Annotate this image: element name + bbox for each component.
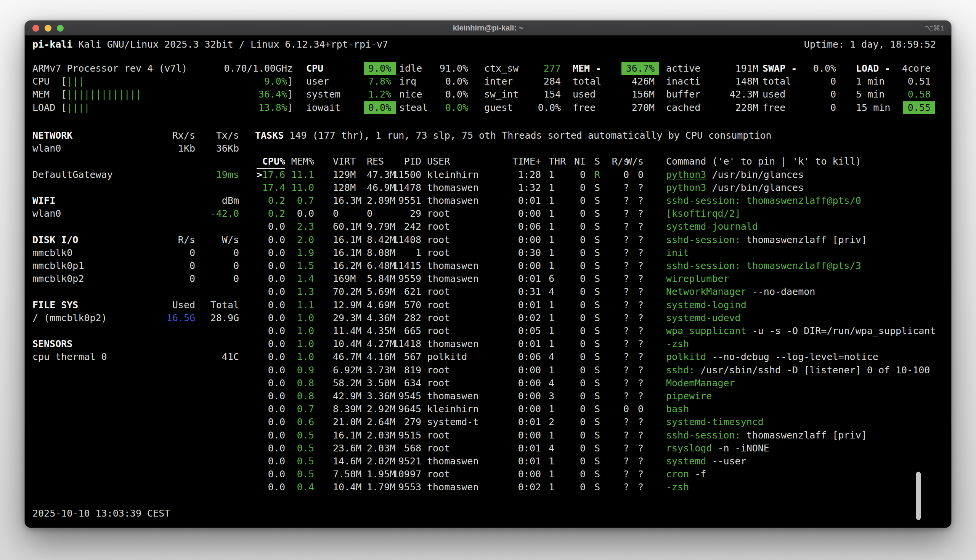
stats-line: CPU[|||9.0%]user7.8%irq0.0%inter284total… [25, 75, 951, 88]
gauge-bar: |||| [67, 101, 90, 114]
virt: 16.1M [333, 429, 361, 442]
cpu-percent: 0.0 [268, 285, 285, 298]
time: 1:32 [518, 181, 541, 194]
command: cron [666, 468, 689, 481]
nice: 0 [580, 377, 586, 390]
virt: 16.1M [333, 247, 361, 260]
state: S [594, 325, 600, 338]
res: 0 [367, 207, 373, 220]
io-read: ? [623, 260, 629, 272]
stat-label: ctx_sw [484, 62, 518, 75]
pid: 9551 [398, 194, 421, 207]
io-write: 0 [638, 403, 643, 416]
stat-value: 0.0% [445, 101, 468, 114]
user: thomaswen [427, 481, 478, 494]
header-ws: W/s [627, 155, 643, 168]
process-row: 17.411.0128M46.9M11478thomaswen1:3210S??… [25, 181, 951, 195]
io-read: ? [623, 377, 629, 390]
res: 2.03M [367, 442, 395, 455]
header-pid: PID [404, 155, 421, 168]
stat-value: 0.51 [908, 75, 931, 88]
io-write: ? [638, 299, 643, 312]
header-command: Command ('e' to pin | 'k' to kill) [666, 155, 861, 168]
io-read: ? [623, 429, 629, 442]
pid: 634 [404, 377, 421, 390]
stat-label: irq [399, 75, 416, 88]
stat-value: 7.8% [368, 75, 391, 88]
state: S [594, 403, 600, 416]
stat-label: cached [666, 101, 700, 114]
process-row: 0.00.96.92M3.73M819root0:0010S??sshd:/us… [25, 364, 951, 377]
mem-percent: 0.6 [297, 416, 314, 428]
state: R [594, 168, 600, 181]
cpu-percent: 0.0 [268, 364, 285, 377]
pid: 242 [404, 220, 421, 233]
process-row: >17.611.1129M47.3M11500kleinhirn1:2810R0… [25, 168, 951, 182]
io-write: ? [638, 442, 643, 455]
threads: 1 [549, 455, 554, 468]
titlebar[interactable]: kleinhirn@pi-kali: ~ ⌥⌘1 [25, 20, 951, 36]
header-thr: THR [549, 155, 566, 168]
virt: 11.4M [333, 325, 361, 338]
state: S [594, 247, 600, 260]
state: S [594, 312, 600, 325]
stat-label: sw_int [484, 88, 518, 101]
nice: 0 [580, 468, 586, 481]
res: 9.79M [367, 220, 395, 233]
stat-label: guest [484, 101, 513, 114]
cpu-percent: 0.2 [268, 194, 285, 207]
stats-line: LOAD[||||13.8%]iowait0.0%steal0.0%guest0… [25, 101, 951, 115]
process-row: 0.01.4169M5.84M9559thomaswen0:0160S??wir… [25, 272, 951, 286]
header-time: TIME+ [512, 155, 541, 168]
virt: 29.3M [333, 312, 361, 325]
command: systemd-udevd [666, 312, 741, 325]
cpu-percent: 0.0 [268, 233, 285, 247]
io-read: ? [623, 207, 629, 220]
gauge-value: 36.4% [259, 88, 287, 101]
window-title: kleinhirn@pi-kali: ~ [25, 20, 951, 35]
command: pipewire [666, 390, 712, 403]
cpu-percent: 0.0 [268, 455, 285, 468]
stat-value: 1.2% [368, 88, 391, 101]
stat-label: user [306, 75, 329, 88]
user: root [427, 429, 450, 442]
uptime: Uptime: 1 day, 18:59:52 [804, 38, 936, 51]
time: 0:01 [518, 272, 541, 285]
nice: 0 [580, 325, 586, 338]
gauge-value: 13.8% [259, 101, 287, 114]
stat-value: 228M [735, 101, 758, 114]
io-read: ? [623, 299, 629, 312]
pid: 11418 [393, 338, 421, 350]
time: 1:28 [518, 168, 541, 181]
io-write: 0 [638, 168, 643, 181]
io-read: ? [623, 364, 629, 377]
process-row: 0.01.916.1M8.08M1root0:3010S??init [25, 247, 951, 260]
pid: 11478 [393, 181, 421, 194]
cpu-percent: 0.0 [268, 481, 285, 494]
mem-percent: 1.0 [297, 325, 314, 338]
header-ni: NI [574, 155, 586, 168]
res: 2.92M [367, 403, 395, 416]
cpu-percent: 17.4 [262, 181, 285, 194]
stat-value: 0.0% [364, 101, 396, 114]
gauge-label: LOAD [32, 101, 55, 114]
stat-value: 154 [544, 88, 561, 101]
nice: 0 [580, 390, 586, 403]
process-row: 0.20.00029root0:0010S??[ksoftirqd/2] [25, 207, 951, 220]
io-read: 0 [623, 403, 629, 416]
mem-percent: 0.9 [297, 364, 314, 377]
stat-label: idle [399, 62, 422, 75]
user: root [427, 377, 450, 390]
virt: 16.2M [333, 260, 361, 272]
virt: 21.0M [333, 416, 361, 428]
terminal-screen[interactable]: pi-kaliKali GNU/Linux 2025.3 32bit / Lin… [25, 35, 951, 528]
pid: 9559 [398, 272, 421, 285]
nice: 0 [580, 455, 586, 468]
user: thomaswen [427, 181, 478, 194]
io-read: ? [623, 285, 629, 298]
system-info: Kali GNU/Linux 2025.3 32bit / Linux 6.12… [78, 38, 388, 51]
terminal-window: kleinhirn@pi-kali: ~ ⌥⌘1 pi-kaliKali GNU… [25, 20, 951, 528]
command: -zsh [666, 481, 689, 494]
threads: 1 [549, 260, 554, 272]
process-row: 0.01.029.3M4.36M282root0:0210S??systemd-… [25, 312, 951, 325]
